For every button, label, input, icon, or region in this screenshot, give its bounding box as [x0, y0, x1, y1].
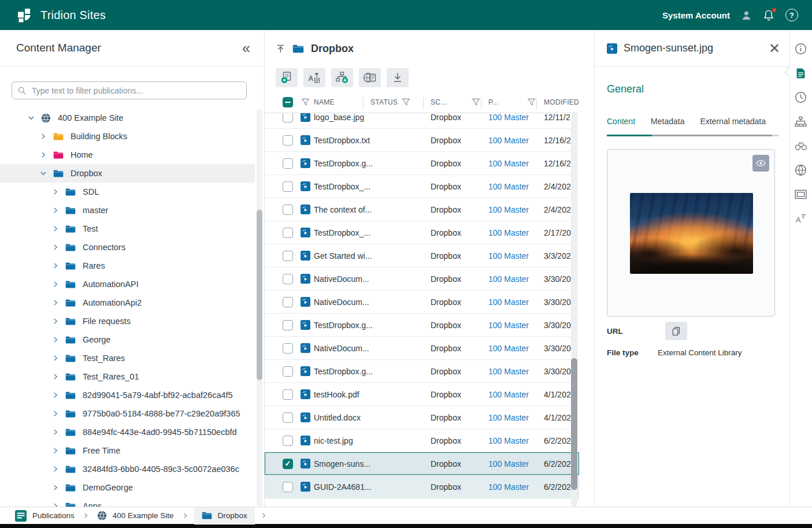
cell-name[interactable]: Get Started wi... [314, 251, 370, 261]
row-checkbox[interactable]: ✓ [283, 459, 293, 469]
cell-name[interactable]: Smogen-suns... [314, 459, 370, 468]
row-checkbox[interactable] [283, 181, 293, 192]
download-button[interactable] [387, 68, 409, 87]
sidebar-scrollbar-thumb[interactable] [257, 210, 262, 380]
tree-item-9775b0a0-5184-4888-be77-c29e20a9f365[interactable]: 9775b0a0-5184-4888-be77-c29e20a9f365 [0, 404, 255, 423]
cell-publication-link[interactable]: 100 Master [488, 413, 544, 422]
chevron-right-icon[interactable] [52, 281, 60, 288]
tree-item-test-rares-01[interactable]: Test_Rares_01 [0, 367, 255, 386]
tree-item-connectors[interactable]: Connectors [0, 238, 255, 256]
tree-item-demogeorge[interactable]: DemoGeorge [0, 478, 255, 497]
chevron-right-icon[interactable] [52, 244, 60, 251]
cell-publication-link[interactable]: 100 Master [488, 136, 544, 145]
cell-publication-link[interactable]: 100 Master [488, 113, 544, 122]
close-icon[interactable]: ✕ [769, 42, 780, 55]
tree-item-apps[interactable]: Apps [0, 497, 255, 507]
publication-filter-input[interactable] [12, 81, 247, 99]
cell-publication-link[interactable]: 100 Master [488, 459, 544, 468]
cell-name[interactable]: The context of... [314, 205, 370, 214]
row-checkbox[interactable] [283, 274, 293, 284]
chevron-right-icon[interactable] [52, 336, 60, 343]
chevron-right-icon[interactable] [52, 392, 60, 399]
user-icon[interactable] [741, 10, 752, 21]
chevron-right-icon[interactable] [52, 188, 60, 195]
table-row[interactable]: Get Started wi...Dropbox100 Master3/3/20… [265, 244, 579, 267]
sidebar-scrollbar[interactable] [257, 109, 262, 507]
column-header-publication[interactable]: P... [488, 98, 544, 106]
table-row[interactable]: NativeDocum...Dropbox100 Master3/30/20 [265, 291, 579, 314]
help-icon[interactable]: ? [785, 9, 798, 21]
collapse-sidebar-button[interactable]: « [242, 41, 250, 55]
notifications-bell-icon[interactable] [763, 9, 774, 21]
chevron-right-icon[interactable] [52, 503, 60, 507]
row-checkbox[interactable] [283, 135, 293, 146]
table-row[interactable]: ✓Smogen-suns...Dropbox100 Master6/2/202 [265, 452, 579, 475]
column-header-modified[interactable]: MODIFIED [544, 98, 579, 106]
breadcrumb-item-400-example-site[interactable]: 400 Example Site [95, 507, 176, 525]
cell-name[interactable]: testHook.pdf [314, 390, 370, 399]
tree-item-free-time[interactable]: Free Time [0, 441, 255, 460]
chevron-right-icon[interactable] [52, 262, 60, 269]
chevron-right-icon[interactable] [52, 355, 60, 362]
chevron-right-icon[interactable] [52, 225, 60, 232]
sort-filter-button[interactable]: A [303, 68, 325, 87]
table-row[interactable]: TestDropbox.txtDropbox100 Master12/16/2 [265, 129, 579, 152]
column-header-schema[interactable]: SC... [431, 98, 488, 106]
hierarchy-icon[interactable] [795, 116, 807, 128]
table-row[interactable]: Untitled.docxDropbox100 Master4/1/202 [265, 406, 579, 429]
column-header-status[interactable]: STATUS [370, 98, 431, 106]
tree-item-884e94fc-443e-4ad0-9945-5b71150ecbfd[interactable]: 884e94fc-443e-4ad0-9945-5b71150ecbfd [0, 423, 255, 441]
tree-item-file-requests[interactable]: File requests [0, 312, 255, 330]
cell-name[interactable]: TestDropbox.g... [314, 367, 370, 376]
cell-publication-link[interactable]: 100 Master [488, 436, 544, 445]
table-row[interactable]: The context of...Dropbox100 Master2/4/20… [265, 198, 579, 221]
cell-publication-link[interactable]: 100 Master [488, 274, 544, 284]
tree-item-test-rares[interactable]: Test_Rares [0, 349, 255, 367]
row-checkbox[interactable] [283, 436, 293, 446]
cell-name[interactable]: TestDropbox.g... [314, 159, 370, 168]
table-scrollbar[interactable] [571, 113, 577, 507]
filter-icon[interactable] [301, 98, 314, 106]
breadcrumb-item-dropbox[interactable]: Dropbox [194, 507, 255, 525]
chevron-right-icon[interactable] [52, 373, 60, 380]
table-row[interactable]: TestDropbox_...Dropbox100 Master2/17/20 [265, 221, 579, 244]
tree-item-82d99041-5a79-4abf-bf92-acbaf26ca4f5[interactable]: 82d99041-5a79-4abf-bf92-acbaf26ca4f5 [0, 386, 255, 404]
tree-item-test[interactable]: Test [0, 220, 255, 238]
create-structure-button[interactable] [331, 68, 353, 87]
chevron-right-icon[interactable] [40, 133, 47, 140]
translation-button[interactable] [359, 68, 381, 87]
row-checkbox[interactable] [283, 482, 293, 492]
tab-external-metadata[interactable]: External metadata [700, 117, 766, 126]
chevron-right-icon[interactable] [52, 447, 60, 454]
cell-name[interactable]: NativeDocum... [314, 298, 370, 307]
table-row[interactable]: logo_base.jpgDropbox100 Master12/11/2 [265, 113, 579, 129]
tree-item-george[interactable]: George [0, 330, 255, 349]
tree-item-400-example-site[interactable]: 400 Example Site [0, 109, 255, 127]
cell-name[interactable]: TestDropbox_... [314, 228, 370, 237]
row-checkbox[interactable] [283, 228, 293, 238]
row-checkbox[interactable] [283, 113, 293, 122]
filter-icon[interactable] [402, 98, 410, 106]
tree-item-rares[interactable]: Rares [0, 256, 255, 275]
preview-frame-icon[interactable] [795, 188, 807, 200]
row-checkbox[interactable] [283, 412, 293, 423]
chevron-right-icon[interactable] [52, 318, 60, 325]
tree-item-master[interactable]: master [0, 201, 255, 220]
table-row[interactable]: NativeDocum...Dropbox100 Master3/30/20 [265, 337, 579, 360]
tree-item-automationapi[interactable]: AutomationAPI [0, 275, 255, 293]
cell-name[interactable]: TestDropbox.g... [314, 321, 370, 330]
table-scrollbar-thumb[interactable] [571, 358, 577, 490]
cell-publication-link[interactable]: 100 Master [488, 344, 544, 353]
copy-icon[interactable] [665, 322, 687, 340]
tree-item-sdl[interactable]: SDL [0, 183, 255, 201]
breadcrumb-item-publications[interactable]: Publications [13, 507, 77, 525]
row-checkbox[interactable] [283, 297, 293, 307]
chevron-right-icon[interactable] [52, 410, 60, 417]
cell-publication-link[interactable]: 100 Master [488, 251, 544, 261]
cell-name[interactable]: nic-test.jpg [314, 436, 370, 445]
row-checkbox[interactable] [283, 204, 293, 215]
text-format-icon[interactable]: Ax [795, 213, 807, 225]
document-icon[interactable] [796, 67, 806, 79]
history-clock-icon[interactable] [795, 91, 807, 103]
cell-name[interactable]: logo_base.jpg [314, 113, 370, 122]
